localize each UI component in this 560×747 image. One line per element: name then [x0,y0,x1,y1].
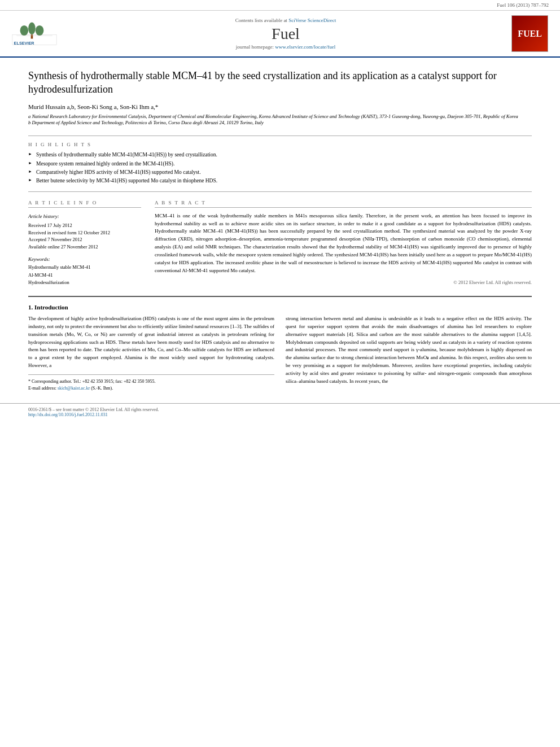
article-history: Article history: Received 17 July 2012 R… [28,212,141,251]
fuel-logo-image: FUEL [511,15,548,52]
article-info-abstract-section: A R T I C L E I N F O Article history: R… [28,200,532,287]
intro-left-text: The development of highly active hydrode… [28,315,274,370]
highlights-section: H I G H L I G H T S Synthesis of hydroth… [28,136,532,191]
footer-bar: 0016-2361/$ – see front matter © 2012 El… [0,403,560,421]
history-title: Article history: [28,212,141,220]
svg-rect-5 [31,34,33,38]
journal-center-info: Contents lists available at SciVerse Sci… [65,18,506,50]
sciverse-text: Contents lists available at SciVerse Sci… [65,18,506,23]
citation-text: Fuel 106 (2013) 787–792 [497,2,549,8]
article-title: Synthesis of hydrothermally stable MCM–4… [28,69,532,97]
sciverse-link[interactable]: SciVerse ScienceDirect [288,18,336,23]
footer-issn: 0016-2361/$ – see front matter © 2012 El… [28,407,532,412]
received-date: Received 17 July 2012 [28,222,141,229]
footer-doi: http://dx.doi.org/10.1016/j.fuel.2012.11… [28,412,532,417]
journal-header: ELSEVIER Contents lists available at Sci… [0,11,560,58]
accepted-date: Accepted 7 November 2012 [28,236,141,243]
page-content: Synthesis of hydrothermally stable MCM–4… [0,58,560,403]
corresponding-author: * Corresponding author. Tel.: +82 42 350… [28,378,274,385]
svg-point-2 [20,25,29,35]
homepage-link[interactable]: www.elsevier.com/locate/fuel [275,44,335,50]
email-label: E-mail address: [28,386,56,391]
abstract-text: MCM–41 is one of the weak hydrothermally… [155,212,532,276]
email-suffix: (S.-K. Ihm). [91,386,113,391]
abstract-label: A B S T R A C T [155,200,532,208]
affiliation-b: b Department of Applied Science and Tech… [28,120,532,126]
intro-right-text: strong interaction between metal and alu… [286,315,532,386]
article-info-label: A R T I C L E I N F O [28,200,141,208]
journal-homepage: journal homepage: www.elsevier.com/locat… [65,44,506,50]
intro-right-col: strong interaction between metal and alu… [286,315,532,392]
citation-bar: Fuel 106 (2013) 787–792 [0,0,560,11]
doi-link[interactable]: http://dx.doi.org/10.1016/j.fuel.2012.11… [28,412,108,417]
list-item: Mesopore system remained highly ordered … [28,160,532,168]
keywords-title: Keywords: [28,256,141,262]
keywords-section: Keywords: Hydrothermally stable MCM-41 A… [28,256,141,287]
intro-heading: 1. Introduction [28,304,532,311]
available-date: Available online 27 November 2012 [28,243,141,251]
introduction-section: 1. Introduction The development of highl… [28,296,532,392]
abstract-column: A B S T R A C T MCM–41 is one of the wea… [155,200,532,287]
list-item: Synthesis of hydrothermally stable MCM-4… [28,151,532,159]
journal-name: Fuel [65,24,506,43]
intro-body: The development of highly active hydrode… [28,315,532,392]
email-line: E-mail address: skich@kaist.ac.kr (S.-K.… [28,385,274,392]
intro-left-col: The development of highly active hydrode… [28,315,274,392]
elsevier-logo: ELSEVIER [9,19,60,49]
svg-text:ELSEVIER: ELSEVIER [14,41,35,46]
highlights-list: Synthesis of hydrothermally stable MCM-4… [28,151,532,185]
keywords-list: Hydrothermally stable MCM-41 Al-MCM-41 H… [28,264,141,287]
article-info-column: A R T I C L E I N F O Article history: R… [28,200,141,287]
keyword-item: Hydrodesulfurization [28,279,141,287]
affiliation-a: a National Research Laboratory for Envir… [28,113,532,120]
keyword-item: Hydrothermally stable MCM-41 [28,264,141,272]
authors-line: Murid Hussain a,b, Seon-Ki Song a, Son-K… [28,103,532,110]
list-item: Comparatively higher HDS activity of MCM… [28,168,532,177]
svg-point-3 [28,22,36,34]
affiliations: a National Research Laboratory for Envir… [28,113,532,127]
highlights-label: H I G H L I G H T S [28,142,532,147]
svg-point-4 [36,25,44,35]
list-item: Better butene selectivity by MCM-41(HS) … [28,177,532,185]
fuel-logo-box: FUEL [511,15,551,52]
revised-date: Received in revised form 12 October 2012 [28,229,141,237]
copyright-line: © 2012 Elsevier Ltd. All rights reserved… [155,279,532,285]
footnote-section: * Corresponding author. Tel.: +82 42 350… [28,374,274,392]
email-link[interactable]: skich@kaist.ac.kr [58,386,90,391]
keyword-item: Al-MCM-41 [28,272,141,279]
